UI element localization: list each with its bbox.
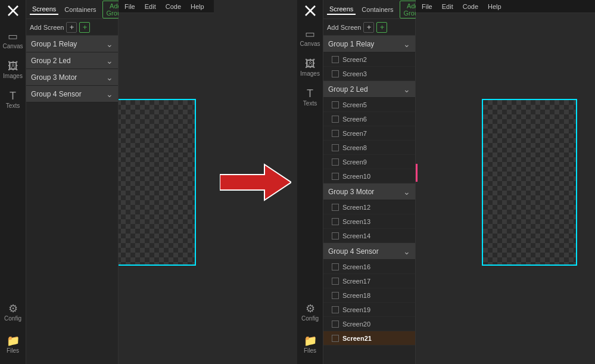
screen21-item[interactable]: Screen21 — [323, 331, 415, 346]
texts-label-right: Texts — [303, 100, 317, 107]
groups-list-right: Group 1 Relay ⌄ Screen2 Screen3 Group 2 … — [323, 36, 415, 364]
rgroup1-header[interactable]: Group 1 Relay ⌄ — [323, 36, 415, 52]
group3-header-left[interactable]: Group 3 Motor ⌄ — [26, 69, 118, 86]
left-sidebar: ▭ Canvas 🖼 Images T Texts ⚙ Config 📁 Fil… — [0, 0, 26, 364]
group4-label-left: Group 4 Sensor — [31, 90, 82, 98]
group1-label-left: Group 1 Relay — [31, 40, 77, 48]
rgroup2-header[interactable]: Group 2 Led ⌄ — [323, 81, 415, 98]
menu-file-right[interactable]: File — [422, 3, 432, 10]
sidebar-texts-left[interactable]: T Texts — [0, 85, 26, 114]
screen19-item[interactable]: Screen19 — [323, 303, 415, 317]
screen16-item[interactable]: Screen16 — [323, 260, 415, 274]
pink-line-right — [416, 164, 418, 182]
screen8-checkbox[interactable] — [332, 144, 339, 151]
screen13-checkbox[interactable] — [332, 218, 339, 225]
files-icon-left: 📁 — [7, 335, 20, 346]
sidebar-canvas-right[interactable]: ▭ Canvas — [297, 23, 323, 52]
screen21-checkbox[interactable] — [332, 335, 339, 342]
screen17-label: Screen17 — [342, 278, 370, 285]
sidebar-texts-right[interactable]: T Texts — [297, 82, 323, 112]
menu-edit-left[interactable]: Edit — [145, 3, 156, 10]
right-panel: ▭ Canvas 🖼 Images T Texts ⚙ Config 📁 Fil… — [297, 0, 595, 364]
sidebar-files-left[interactable]: 📁 Files — [0, 329, 26, 359]
files-label-left: Files — [7, 347, 19, 354]
screen2-item[interactable]: Screen2 — [323, 52, 415, 67]
screen7-checkbox[interactable] — [332, 130, 339, 137]
screen3-checkbox[interactable] — [332, 70, 339, 77]
sidebar-bottom-right: ⚙ Config 📁 Files — [297, 297, 323, 364]
screen19-checkbox[interactable] — [332, 306, 339, 313]
screen12-item[interactable]: Screen12 — [323, 200, 415, 214]
group1-header-left[interactable]: Group 1 Relay ⌄ — [26, 36, 118, 52]
rgroup3-header[interactable]: Group 3 Motor ⌄ — [323, 183, 415, 200]
screen13-label: Screen13 — [342, 218, 370, 225]
menu-code-right[interactable]: Code — [463, 3, 478, 10]
rgroup4-header[interactable]: Group 4 Sensor ⌄ — [323, 243, 415, 260]
tab-containers-left[interactable]: Containers — [62, 5, 98, 14]
menu-code-left[interactable]: Code — [166, 3, 181, 10]
group4-header-left[interactable]: Group 4 Sensor ⌄ — [26, 86, 118, 102]
sidebar-config-right[interactable]: ⚙ Config — [297, 297, 323, 327]
screen14-checkbox[interactable] — [332, 232, 339, 239]
tab-screens-left[interactable]: Screens — [30, 4, 58, 15]
menu-file-left[interactable]: File — [124, 3, 135, 10]
menu-edit-right[interactable]: Edit — [442, 3, 453, 10]
screen10-checkbox[interactable] — [332, 173, 339, 180]
add-group-icon-btn-left[interactable]: + — [79, 22, 90, 33]
screen18-checkbox[interactable] — [332, 292, 339, 299]
rgroup2-chevron: ⌄ — [403, 85, 410, 94]
screen5-item[interactable]: Screen5 — [323, 98, 415, 112]
screen18-item[interactable]: Screen18 — [323, 288, 415, 303]
screen3-item[interactable]: Screen3 — [323, 67, 415, 81]
screen3-label: Screen3 — [342, 70, 367, 77]
images-label-left: Images — [3, 73, 23, 79]
tab-containers-right[interactable]: Containers — [359, 5, 395, 14]
sidebar-images-left[interactable]: 🖼 Images — [0, 55, 26, 85]
screen13-item[interactable]: Screen13 — [323, 214, 415, 229]
screen9-item[interactable]: Screen9 — [323, 155, 415, 169]
screen5-checkbox[interactable] — [332, 101, 339, 108]
add-screen-btn-right[interactable]: Add Screen — [327, 24, 361, 31]
group4-chevron-left: ⌄ — [106, 89, 113, 99]
group2-header-left[interactable]: Group 2 Led ⌄ — [26, 52, 118, 69]
screens-panel-left: Screens Containers Add Group Add Screen … — [26, 0, 119, 364]
screen12-checkbox[interactable] — [332, 204, 339, 211]
texts-label-left: Texts — [6, 102, 20, 109]
add-group-icon-btn-right[interactable]: + — [376, 22, 387, 33]
config-label-right: Config — [301, 315, 319, 322]
screen8-item[interactable]: Screen8 — [323, 141, 415, 155]
screen7-item[interactable]: Screen7 — [323, 126, 415, 141]
screen9-label: Screen9 — [342, 158, 367, 166]
images-icon-right: 🖼 — [305, 58, 316, 69]
plus-btn-right[interactable]: + — [363, 22, 374, 33]
screen16-checkbox[interactable] — [332, 263, 339, 270]
screen10-item[interactable]: Screen10 — [323, 169, 415, 183]
sidebar-files-right[interactable]: 📁 Files — [297, 329, 323, 359]
canvas-preview-right — [482, 99, 577, 266]
app-logo-right — [302, 2, 319, 19]
tab-screens-right[interactable]: Screens — [327, 4, 356, 15]
screen17-checkbox[interactable] — [332, 278, 339, 285]
images-icon-left: 🖼 — [8, 61, 18, 71]
menubar-left: File Edit Code Help — [119, 0, 214, 13]
sidebar-images-right[interactable]: 🖼 Images — [297, 52, 323, 82]
files-icon-right: 📁 — [304, 335, 317, 346]
screen9-checkbox[interactable] — [332, 158, 339, 166]
plus-btn-left[interactable]: + — [66, 22, 77, 33]
menu-help-left[interactable]: Help — [191, 3, 204, 10]
sidebar-canvas-left[interactable]: ▭ Canvas — [0, 25, 26, 55]
menu-help-right[interactable]: Help — [488, 3, 501, 10]
app-logo — [5, 2, 21, 19]
rgroup2-label: Group 2 Led — [328, 85, 368, 94]
screen14-item[interactable]: Screen14 — [323, 229, 415, 243]
add-screen-btn-left[interactable]: Add Screen — [30, 24, 64, 31]
screen6-item[interactable]: Screen6 — [323, 112, 415, 126]
sidebar-config-left[interactable]: ⚙ Config — [0, 297, 26, 327]
screen6-checkbox[interactable] — [332, 116, 339, 123]
screen17-item[interactable]: Screen17 — [323, 274, 415, 288]
screen20-item[interactable]: Screen20 — [323, 317, 415, 331]
canvas-label-left: Canvas — [3, 43, 23, 49]
screen5-label: Screen5 — [342, 101, 367, 108]
screen20-checkbox[interactable] — [332, 321, 339, 328]
screen2-checkbox[interactable] — [332, 56, 339, 63]
